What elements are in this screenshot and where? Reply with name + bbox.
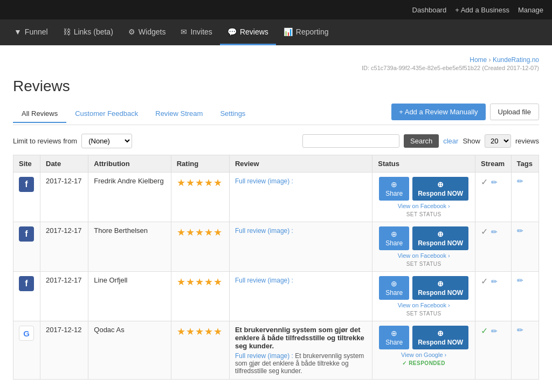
cell-tags: ✏ bbox=[511, 321, 539, 380]
share-icon: ⊕ bbox=[391, 279, 397, 288]
cell-site: f bbox=[13, 222, 40, 272]
nav-widgets[interactable]: ⚙ Widgets bbox=[121, 19, 174, 45]
breadcrumb-current[interactable]: KundeRating.no bbox=[493, 56, 539, 64]
show-select[interactable]: 20 bbox=[485, 134, 511, 148]
view-on-site-link[interactable]: View on Facebook › bbox=[398, 302, 450, 308]
limit-select[interactable]: (None) bbox=[81, 134, 132, 148]
stream-edit-icon[interactable]: ✏ bbox=[491, 277, 498, 286]
nav-invites[interactable]: ✉ Invites bbox=[173, 19, 219, 45]
cell-rating: ★★★★★ bbox=[171, 321, 229, 380]
share-button[interactable]: ⊕ Share bbox=[379, 276, 409, 300]
share-button[interactable]: ⊕ Share bbox=[379, 177, 409, 201]
nav-links[interactable]: ⛓ Links (beta) bbox=[56, 19, 121, 45]
respond-icon: ⊕ bbox=[437, 279, 444, 288]
respond-now-button[interactable]: ⊕ Respond NOW bbox=[412, 226, 468, 250]
cell-status: ⊕ Share ⊕ Respond NOW View on Facebook ›… bbox=[372, 173, 475, 222]
tag-edit-icon[interactable]: ✏ bbox=[517, 226, 523, 235]
top-nav-dashboard[interactable]: Dashboard bbox=[412, 6, 447, 14]
respond-now-button[interactable]: ⊕ Respond NOW bbox=[412, 276, 468, 300]
invites-icon: ✉ bbox=[181, 27, 187, 36]
cell-attribution: Line Orfjell bbox=[88, 272, 171, 321]
tag-edit-icon[interactable]: ✏ bbox=[517, 276, 523, 285]
share-button[interactable]: ⊕ Share bbox=[379, 226, 409, 250]
share-label: Share bbox=[385, 339, 403, 346]
tag-edit-icon[interactable]: ✏ bbox=[517, 326, 523, 334]
cell-status: ⊕ Share ⊕ Respond NOW View on Facebook ›… bbox=[372, 222, 475, 272]
breadcrumb-home[interactable]: Home bbox=[470, 56, 487, 64]
cell-tags: ✏ bbox=[511, 272, 539, 321]
tab-all-reviews[interactable]: All Reviews bbox=[13, 105, 66, 123]
tab-customer-feedback[interactable]: Customer Feedback bbox=[66, 105, 147, 123]
stream-edit-icon[interactable]: ✏ bbox=[491, 228, 498, 236]
stream-edit-icon[interactable]: ✏ bbox=[491, 178, 498, 187]
status-buttons: ⊕ Share ⊕ Respond NOW bbox=[379, 326, 468, 349]
share-label: Share bbox=[385, 239, 403, 247]
search-button[interactable]: Search bbox=[404, 134, 439, 148]
reviews-tbody: f2017-12-17Fredrik Andre Kielberg★★★★★Fu… bbox=[13, 173, 539, 380]
reviews-label: reviews bbox=[515, 137, 539, 145]
share-button[interactable]: ⊕ Share bbox=[379, 326, 409, 349]
cell-attribution: Qodac As bbox=[88, 321, 171, 380]
review-image-link[interactable]: Full review (image) : bbox=[235, 177, 293, 185]
star-rating: ★★★★★ bbox=[177, 326, 223, 337]
nav-invites-label: Invites bbox=[190, 27, 212, 36]
table-row: G2017-12-12Qodac As★★★★★Et brukervennlig… bbox=[13, 321, 539, 380]
share-icon: ⊕ bbox=[391, 180, 397, 189]
star-rating: ★★★★★ bbox=[177, 177, 223, 188]
breadcrumb-separator: › bbox=[489, 56, 491, 64]
show-label: Show bbox=[463, 137, 480, 145]
cell-status: ⊕ Share ⊕ Respond NOW View on Google › ✓… bbox=[372, 321, 475, 380]
cell-date: 2017-12-17 bbox=[40, 272, 88, 321]
tab-review-stream[interactable]: Review Stream bbox=[147, 105, 211, 123]
review-image-link[interactable]: Full review (image) : bbox=[235, 277, 293, 284]
clear-link[interactable]: clear bbox=[443, 137, 458, 145]
view-on-site-link[interactable]: View on Google › bbox=[401, 352, 446, 358]
filter-right: Search clear Show 20 reviews bbox=[302, 134, 539, 148]
page-content: Home › KundeRating.no ID: c51c739a-99f2-… bbox=[0, 45, 552, 392]
tag-edit-icon[interactable]: ✏ bbox=[517, 177, 523, 185]
stream-edit-icon[interactable]: ✏ bbox=[491, 327, 498, 335]
view-on-site-link[interactable]: View on Facebook › bbox=[398, 252, 450, 259]
status-buttons: ⊕ Share ⊕ Respond NOW bbox=[379, 177, 468, 201]
nav-reviews[interactable]: 💬 Reviews bbox=[220, 19, 276, 45]
cell-site: G bbox=[13, 321, 40, 380]
cell-tags: ✏ bbox=[511, 173, 539, 222]
nav-reviews-label: Reviews bbox=[240, 27, 268, 36]
links-icon: ⛓ bbox=[63, 27, 71, 36]
stream-cell: ✓ ✏ bbox=[481, 177, 505, 187]
nav-reporting[interactable]: 📊 Reporting bbox=[276, 19, 336, 45]
top-nav-add-business[interactable]: + Add a Business bbox=[455, 6, 509, 14]
search-input[interactable] bbox=[302, 134, 399, 148]
col-rating: Rating bbox=[171, 155, 229, 173]
col-stream: Stream bbox=[475, 155, 511, 173]
status-cell: ⊕ Share ⊕ Respond NOW View on Facebook ›… bbox=[378, 226, 470, 267]
facebook-icon: f bbox=[19, 276, 34, 291]
review-image-link[interactable]: Full review (image) : bbox=[235, 227, 293, 235]
review-link-row: Full review (image) : Et brukervennlig s… bbox=[235, 352, 367, 375]
cell-tags: ✏ bbox=[511, 222, 539, 272]
col-site: Site bbox=[13, 155, 40, 173]
top-nav: Dashboard + Add a Business Manage bbox=[0, 0, 552, 19]
tab-actions: + Add a Review Manually Upload file bbox=[391, 104, 539, 125]
add-review-button[interactable]: + Add a Review Manually bbox=[391, 104, 485, 120]
reviews-table: Site Date Attribution Rating Review Stat… bbox=[13, 155, 539, 380]
review-image-link[interactable]: Full review (image) : bbox=[235, 352, 293, 360]
star-rating: ★★★★★ bbox=[177, 227, 223, 238]
upload-file-button[interactable]: Upload file bbox=[490, 104, 539, 120]
cell-site: f bbox=[13, 173, 40, 222]
tab-settings[interactable]: Settings bbox=[211, 105, 254, 123]
filter-left: Limit to reviews from (None) bbox=[13, 134, 132, 148]
cell-stream: ✓ ✏ bbox=[475, 173, 511, 222]
table-header: Site Date Attribution Rating Review Stat… bbox=[13, 155, 539, 173]
tabs-row: All Reviews Customer Feedback Review Str… bbox=[13, 104, 539, 125]
top-nav-manage[interactable]: Manage bbox=[518, 6, 543, 14]
stream-check-icon: ✓ bbox=[481, 177, 488, 187]
respond-now-button[interactable]: ⊕ Respond NOW bbox=[412, 326, 468, 349]
view-on-site-link[interactable]: View on Facebook › bbox=[398, 203, 450, 209]
nav-widgets-label: Widgets bbox=[139, 27, 166, 36]
nav-funnel[interactable]: ▼ Funnel bbox=[6, 19, 56, 45]
respond-label: Respond NOW bbox=[418, 289, 463, 297]
respond-now-button[interactable]: ⊕ Respond NOW bbox=[412, 177, 468, 201]
breadcrumb-id: ID: c51c739a-99f2-435e-82e5-ebe5e5f51b22… bbox=[13, 65, 539, 71]
breadcrumb: Home › KundeRating.no bbox=[13, 56, 539, 64]
